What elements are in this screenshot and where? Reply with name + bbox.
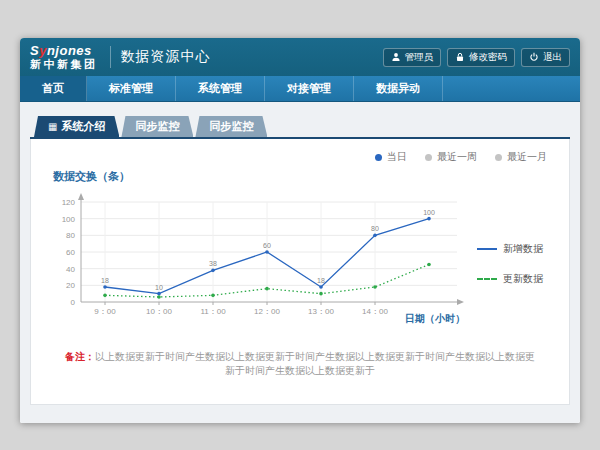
svg-text:100: 100 [62,215,76,224]
header-divider [110,46,111,68]
svg-text:60: 60 [263,242,271,249]
svg-text:14：00: 14：00 [362,307,388,316]
admin-user-label: 管理员 [405,51,434,64]
app-header: Synjones 新中新集团 数据资源中心 管理员 修改密码 [20,38,580,76]
svg-text:80: 80 [371,225,379,232]
change-password-label: 修改密码 [469,51,507,64]
svg-text:38: 38 [209,260,217,267]
legend-updated-data-label: 更新数据 [503,272,543,286]
nav-item-home[interactable]: 首页 [20,76,87,101]
svg-text:11：00: 11：00 [200,307,226,316]
nav-item-standard-mgmt[interactable]: 标准管理 [87,76,176,101]
note-label: 备注： [65,351,95,362]
change-password-button[interactable]: 修改密码 [447,48,515,67]
legend-line-sample [477,278,497,280]
svg-text:80: 80 [66,231,75,240]
series-legend: 新增数据 更新数据 [477,242,543,326]
note-text: 以上数据更新于时间产生数据以上数据更新于时间产生数据以上数据更新于时间产生数据以… [95,351,535,376]
filter-last-week-label: 最近一周 [437,150,477,164]
brand-logo: Synjones 新中新集团 [30,44,98,70]
lock-icon [455,52,465,62]
radio-dot-icon [495,154,502,161]
nav-item-connection-mgmt[interactable]: 对接管理 [265,76,354,101]
tab-sync-monitor-1[interactable]: 同步监控 [121,116,193,137]
admin-user-button[interactable]: 管理员 [383,48,442,67]
svg-text:13：00: 13：00 [308,307,334,316]
filter-option-last-week[interactable]: 最近一周 [425,150,477,164]
app-window: Synjones 新中新集团 数据资源中心 管理员 修改密码 [20,38,580,423]
y-axis-label: 数据交换（条） [53,169,553,184]
nav-item-system-mgmt[interactable]: 系统管理 [176,76,265,101]
chart-panel: 当日 最近一周 最近一月 数据交换（条） 0204060801001209：00… [30,139,570,405]
svg-text:60: 60 [66,248,75,257]
logo-accent-mark: y [39,43,47,58]
page-title: 数据资源中心 [121,48,211,66]
legend-new-data-label: 新增数据 [503,242,543,256]
svg-text:0: 0 [71,298,76,307]
logo-subtitle: 新中新集团 [30,59,98,71]
legend-line-sample [477,248,497,250]
grid-icon: ▦ [48,121,57,132]
legend-item-new-data: 新增数据 [477,242,543,256]
svg-text:18: 18 [317,277,325,284]
filter-last-month-label: 最近一月 [507,150,547,164]
tab-sync-monitor-2[interactable]: 同步监控 [195,116,267,137]
tab-system-intro[interactable]: ▦系统介绍 [34,116,119,137]
logout-button[interactable]: 退出 [521,48,570,67]
svg-text:40: 40 [66,265,75,274]
svg-text:20: 20 [66,281,75,290]
svg-text:10：00: 10：00 [146,307,172,316]
nav-item-data-change[interactable]: 数据异动 [354,76,443,101]
radio-dot-icon [375,154,382,161]
svg-text:120: 120 [62,198,76,207]
radio-dot-icon [425,154,432,161]
line-chart: 0204060801001209：0010：0011：0012：0013：001… [47,186,467,326]
filter-today-label: 当日 [387,150,407,164]
legend-item-updated-data: 更新数据 [477,272,543,286]
power-icon [529,52,539,62]
tab-bar: ▦系统介绍 同步监控 同步监控 [30,116,570,139]
user-icon [391,52,401,62]
svg-text:10: 10 [155,284,163,291]
svg-text:9：00: 9：00 [94,307,116,316]
filter-option-last-month[interactable]: 最近一月 [495,150,547,164]
chart-row: 0204060801001209：0010：0011：0012：0013：001… [47,186,553,326]
svg-text:100: 100 [423,209,435,216]
logo-text: Synjones [30,44,98,58]
content-area: ▦系统介绍 同步监控 同步监控 当日 最近一周 最近一月 数据交换（条） [20,102,580,423]
chart-block: 0204060801001209：0010：0011：0012：0013：001… [47,186,467,326]
main-nav: 首页 标准管理 系统管理 对接管理 数据异动 [20,76,580,102]
svg-text:18: 18 [101,277,109,284]
logout-label: 退出 [543,51,562,64]
filter-option-today[interactable]: 当日 [375,150,407,164]
footnote: 备注：以上数据更新于时间产生数据以上数据更新于时间产生数据以上数据更新于时间产生… [47,350,553,378]
svg-text:12：00: 12：00 [254,307,280,316]
user-actions: 管理员 修改密码 退出 [383,48,571,67]
range-filter: 当日 最近一周 最近一月 [47,149,553,165]
